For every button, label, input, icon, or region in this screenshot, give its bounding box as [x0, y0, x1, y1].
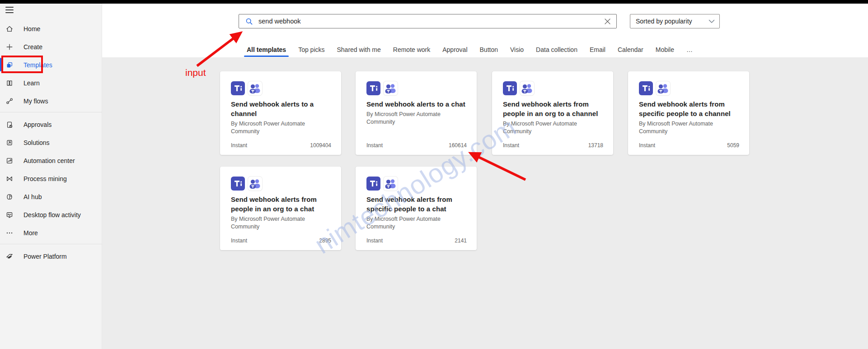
- connector-icons: [639, 81, 739, 95]
- teams-icon: [639, 81, 653, 95]
- template-card[interactable]: Send webhook alerts from people in an or…: [220, 167, 341, 250]
- teams-users-icon: [520, 81, 534, 95]
- template-usage-count: 2895: [319, 237, 331, 244]
- template-type: Instant: [366, 142, 383, 149]
- sidebar-item-templates[interactable]: Templates: [0, 56, 102, 74]
- teams-users-icon: [384, 81, 398, 95]
- template-author: By Microsoft Power Automate Community: [231, 120, 331, 135]
- chevron-down-icon: [708, 19, 715, 23]
- template-type: Instant: [231, 237, 247, 244]
- ai-hub-icon: [6, 193, 13, 200]
- template-author: By Microsoft Power Automate Community: [231, 215, 331, 231]
- sidebar-item-label: Desktop flow activity: [23, 211, 81, 219]
- tab-data-collection[interactable]: Data collection: [536, 44, 577, 57]
- connector-icons: [503, 81, 603, 95]
- template-usage-count: 5059: [727, 142, 739, 149]
- sidebar-item-label: Create: [23, 43, 42, 51]
- template-author: By Microsoft Power Automate Community: [503, 120, 603, 135]
- approvals-icon: [6, 121, 13, 128]
- connector-icons: [366, 81, 467, 95]
- template-card[interactable]: Send webhook alerts from people in an or…: [492, 71, 613, 155]
- search-box: [239, 14, 617, 28]
- teams-icon: [366, 81, 380, 95]
- teams-icon: [231, 177, 245, 191]
- sidebar: Home Create Templates: [0, 0, 102, 349]
- home-icon: [6, 25, 13, 33]
- sidebar-item-power-platform[interactable]: Power Platform: [0, 247, 102, 265]
- template-title: Send webhook alerts to a chat: [366, 99, 467, 109]
- sidebar-item-my-flows[interactable]: My flows: [0, 92, 102, 110]
- power-platform-icon: [6, 253, 13, 260]
- sidebar-item-desktop-flow-activity[interactable]: Desktop flow activity: [0, 206, 102, 224]
- template-author: By Microsoft Power Automate Community: [639, 120, 739, 135]
- desktop-flow-activity-icon: [6, 211, 13, 219]
- sidebar-item-home[interactable]: Home: [0, 20, 102, 38]
- sidebar-item-solutions[interactable]: Solutions: [0, 134, 102, 152]
- template-card[interactable]: Send webhook alerts to a chat By Microso…: [356, 71, 477, 155]
- content-area: [102, 57, 868, 349]
- process-mining-icon: [6, 175, 13, 182]
- tab-visio[interactable]: Visio: [510, 44, 524, 57]
- sidebar-item-label: Automation center: [23, 157, 75, 164]
- sidebar-item-label: Approvals: [23, 121, 52, 128]
- tab-approval[interactable]: Approval: [442, 44, 467, 57]
- template-card[interactable]: Send webhook alerts from specific people…: [628, 71, 749, 155]
- sidebar-item-more[interactable]: More: [0, 224, 102, 242]
- tab-all-templates[interactable]: All templates: [247, 44, 286, 57]
- search-input[interactable]: [258, 17, 602, 25]
- sidebar-nav: Home Create Templates: [0, 20, 102, 265]
- sidebar-item-label: Learn: [23, 79, 40, 87]
- template-usage-count: 1009404: [310, 142, 331, 149]
- tab-calendar[interactable]: Calendar: [618, 44, 643, 57]
- my-flows-icon: [6, 98, 13, 105]
- plus-icon: [6, 43, 13, 51]
- tab-top-picks[interactable]: Top picks: [298, 44, 324, 57]
- tab-shared-with-me[interactable]: Shared with me: [337, 44, 381, 57]
- sidebar-item-ai-hub[interactable]: AI hub: [0, 188, 102, 206]
- tab-more-overflow[interactable]: …: [686, 44, 693, 57]
- template-usage-count: 160614: [449, 142, 467, 149]
- tab-remote-work[interactable]: Remote work: [393, 44, 430, 57]
- template-title: Send webhook alerts to a channel: [231, 99, 331, 118]
- sidebar-item-label: Power Platform: [23, 253, 67, 260]
- solutions-icon: [6, 139, 13, 146]
- template-usage-count: 13718: [588, 142, 603, 149]
- sidebar-item-label: More: [23, 229, 38, 237]
- automation-center-icon: [6, 157, 13, 164]
- teams-icon: [231, 81, 245, 95]
- tab-email[interactable]: Email: [590, 44, 605, 57]
- template-author: By Microsoft Power Automate Community: [366, 215, 467, 231]
- sidebar-item-create[interactable]: Create: [0, 38, 102, 56]
- templates-icon: [6, 61, 13, 69]
- template-card[interactable]: Send webhook alerts from specific people…: [356, 167, 477, 250]
- teams-users-icon: [248, 81, 262, 95]
- close-icon[interactable]: [602, 16, 613, 27]
- sidebar-item-label: My flows: [23, 98, 48, 105]
- sidebar-item-learn[interactable]: Learn: [0, 74, 102, 92]
- teams-icon: [503, 81, 517, 95]
- teams-users-icon: [248, 177, 262, 191]
- sidebar-item-automation-center[interactable]: Automation center: [0, 152, 102, 170]
- tab-mobile[interactable]: Mobile: [656, 44, 674, 57]
- sidebar-item-label: Solutions: [23, 139, 50, 146]
- template-usage-count: 2141: [455, 237, 467, 244]
- power-automate-templates-page: Home Create Templates: [0, 0, 868, 349]
- template-card[interactable]: Send webhook alerts to a channel By Micr…: [220, 71, 341, 155]
- top-black-bar: [0, 0, 868, 4]
- tab-button[interactable]: Button: [480, 44, 498, 57]
- more-icon: [6, 229, 13, 237]
- template-title: Send webhook alerts from people in an or…: [231, 195, 331, 214]
- hamburger-menu-icon[interactable]: [5, 7, 14, 14]
- template-title: Send webhook alerts from specific people…: [366, 195, 467, 214]
- sidebar-item-approvals[interactable]: Approvals: [0, 116, 102, 134]
- sidebar-divider: [0, 244, 102, 244]
- connector-icons: [231, 177, 331, 191]
- sidebar-item-process-mining[interactable]: Process mining: [0, 170, 102, 188]
- template-title: Send webhook alerts from people in an or…: [503, 99, 603, 118]
- learn-icon: [6, 79, 13, 87]
- sort-dropdown-value: Sorted by popularity: [636, 18, 708, 25]
- connector-icons: [231, 81, 331, 95]
- sidebar-divider: [0, 112, 102, 112]
- template-category-tabs: All templates Top picks Shared with me R…: [247, 44, 693, 57]
- sort-dropdown[interactable]: Sorted by popularity: [630, 14, 720, 28]
